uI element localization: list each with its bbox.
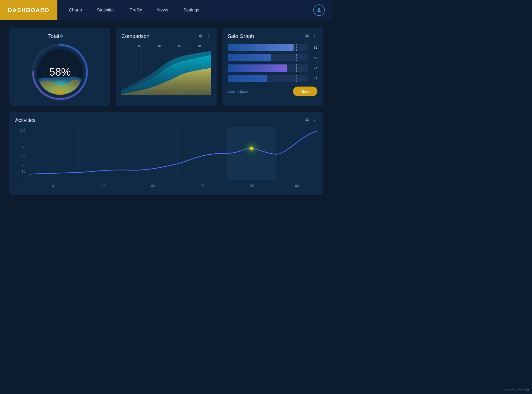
activities-card: Activities ⋮ — [9, 112, 323, 195]
sale-graph-gear-icon[interactable] — [305, 34, 309, 39]
svg-text:20: 20 — [22, 163, 25, 167]
bar-value-4: 49 — [310, 77, 317, 81]
sale-graph-actions: ⋮ — [305, 34, 317, 39]
user-avatar-icon — [316, 7, 322, 13]
bar-track-3 — [228, 64, 308, 72]
svg-point-0 — [318, 8, 320, 10]
bar-track-2 — [228, 54, 308, 61]
sale-graph-header: Sale Graph ⋮ — [228, 33, 317, 39]
svg-text:01: 01 — [138, 44, 142, 48]
nav-charts[interactable]: Charts — [63, 5, 88, 15]
activities-header: Activities ⋮ — [15, 117, 317, 123]
total-more-icon[interactable]: ⋮ — [66, 34, 72, 39]
gear-svg — [59, 34, 63, 38]
svg-text:40: 40 — [22, 155, 25, 159]
svg-text:06: 06 — [295, 184, 299, 188]
main-content: Total ⋮ — [0, 21, 332, 202]
svg-text:10: 10 — [22, 170, 25, 173]
sale-bars-container: 82 54 74 — [228, 43, 317, 82]
comparison-title: Comparison — [121, 33, 149, 39]
activities-title: Activities — [15, 117, 36, 123]
bar-fill-2 — [228, 54, 271, 61]
sale-graph-title: Sale Graph — [228, 33, 254, 39]
nav-profile[interactable]: Profile — [123, 5, 148, 15]
svg-text:60: 60 — [22, 146, 25, 150]
header: DASHBOARD Charts Statistics Profile News… — [0, 0, 332, 21]
activities-chart: 100 80 60 40 20 10 0 — [15, 127, 317, 190]
svg-text:04: 04 — [198, 44, 202, 48]
total-card-header: Total ⋮ — [48, 33, 72, 39]
lorem-ipsum-text[interactable]: Lorem Ipsum — [228, 89, 251, 94]
bar-row-3: 74 — [228, 64, 317, 72]
gear-svg-sale — [305, 34, 309, 38]
activities-svg: 100 80 60 40 20 10 0 — [15, 127, 317, 190]
logo-text: DASHBOARD — [8, 7, 50, 14]
comparison-gear-icon[interactable] — [199, 34, 203, 39]
svg-point-31 — [251, 148, 253, 149]
user-icon-button[interactable] — [313, 4, 325, 16]
total-percentage: 58% — [49, 66, 71, 78]
gear-svg-comp — [199, 34, 203, 38]
main-nav: Charts Statistics Profile News Settings — [57, 0, 305, 20]
activities-card-actions: ⋮ — [305, 118, 317, 123]
total-donut-chart: 58% — [31, 43, 89, 101]
activities-gear-icon[interactable] — [305, 118, 309, 123]
svg-text:01: 01 — [52, 184, 56, 188]
svg-text:04: 04 — [201, 184, 204, 188]
nav-settings[interactable]: Settings — [177, 5, 205, 15]
more-button[interactable]: More — [293, 87, 317, 96]
sale-graph-card: Sale Graph ⋮ — [222, 28, 323, 106]
bar-row-2: 54 — [228, 54, 317, 62]
user-area — [305, 0, 332, 20]
total-card: Total ⋮ — [9, 28, 110, 106]
bar-value-1: 82 — [310, 45, 317, 49]
activities-more-icon[interactable]: ⋮ — [312, 118, 317, 123]
bar-track-1 — [228, 44, 308, 51]
nav-news[interactable]: News — [151, 5, 175, 15]
logo: DASHBOARD — [0, 0, 57, 20]
bar-value-2: 54 — [310, 56, 317, 60]
total-title: Total — [48, 33, 59, 39]
comparison-more-icon[interactable]: ⋮ — [206, 34, 211, 39]
bar-fill-1 — [228, 44, 294, 51]
comparison-card-header: Comparison ⋮ — [121, 33, 211, 39]
comparison-chart: 01 02 03 04 — [121, 43, 211, 95]
bar-value-3: 74 — [310, 66, 317, 70]
bar-fill-4 — [228, 75, 267, 82]
bar-track-4 — [228, 75, 308, 82]
bar-fill-3 — [228, 64, 287, 72]
top-row: Total ⋮ — [9, 28, 323, 106]
sale-footer: Lorem Ipsum More — [228, 87, 317, 96]
svg-text:100: 100 — [20, 129, 25, 133]
svg-text:05: 05 — [250, 184, 254, 188]
svg-text:03: 03 — [151, 184, 155, 188]
bar-row-4: 49 — [228, 75, 317, 82]
svg-text:80: 80 — [22, 137, 25, 141]
gear-svg-act — [305, 118, 309, 122]
svg-text:02: 02 — [102, 184, 105, 188]
comparison-card-actions: ⋮ — [199, 34, 211, 39]
nav-statistics[interactable]: Statistics — [91, 5, 121, 15]
svg-text:0: 0 — [23, 176, 25, 180]
comparison-card: Comparison ⋮ — [116, 28, 217, 106]
total-gear-icon[interactable] — [59, 34, 63, 39]
total-card-actions: ⋮ — [59, 34, 72, 39]
bar-row-1: 82 — [228, 43, 317, 51]
svg-text:03: 03 — [178, 44, 182, 48]
comparison-svg: 01 02 03 04 — [121, 43, 211, 95]
sale-graph-more-icon[interactable]: ⋮ — [312, 34, 317, 39]
svg-text:02: 02 — [158, 44, 162, 48]
